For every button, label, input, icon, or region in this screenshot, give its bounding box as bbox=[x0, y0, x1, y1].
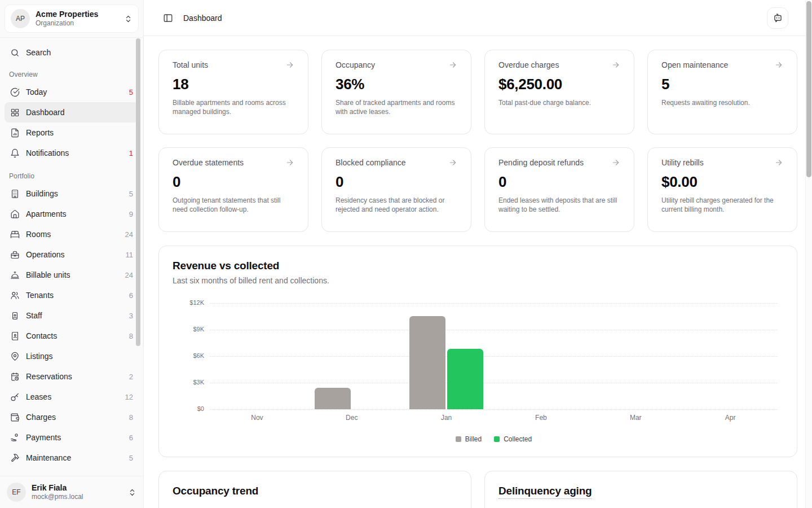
sidebar-item-operations[interactable]: Operations11 bbox=[5, 244, 139, 265]
dashboard-icon bbox=[10, 108, 20, 117]
bar-billed-dec bbox=[315, 388, 351, 409]
org-switcher[interactable]: AP Acme Properties Organization bbox=[5, 5, 139, 33]
sidebar-item-apartments[interactable]: Apartments9 bbox=[5, 204, 139, 224]
sidebar-search-label: Search bbox=[26, 48, 51, 57]
sidebar-item-tenants[interactable]: Tenants6 bbox=[5, 285, 139, 305]
kpi-description: Billable apartments and rooms across man… bbox=[173, 98, 294, 116]
kpi-card-overdue-charges[interactable]: Overdue charges$6,250.00Total past-due c… bbox=[484, 50, 634, 134]
count-badge: 2 bbox=[129, 373, 133, 381]
sidebar-item-label: Payments bbox=[26, 433, 123, 442]
bar-chart: $12K$9K$6K$3K$0 bbox=[210, 303, 778, 409]
sidebar-item-label: Listings bbox=[26, 352, 133, 361]
sidebar-toggle-button[interactable] bbox=[162, 12, 174, 24]
sidebar-item-label: Maintenance bbox=[26, 453, 123, 462]
legend-item-billed: Billed bbox=[456, 435, 482, 443]
org-name: Acme Properties bbox=[36, 10, 118, 20]
sidebar-item-label: Leases bbox=[26, 392, 119, 401]
user-email: mock@pms.local bbox=[32, 493, 122, 502]
sidebar-item-charges[interactable]: Charges8 bbox=[5, 407, 139, 427]
today-icon bbox=[10, 87, 20, 97]
sidebar-item-label: Reports bbox=[26, 128, 133, 137]
bar-group-dec bbox=[304, 303, 399, 409]
kpi-description: Requests awaiting resolution. bbox=[661, 98, 783, 107]
page-scrollbar-thumb[interactable] bbox=[806, 1, 811, 177]
sidebar-item-staff[interactable]: Staff3 bbox=[5, 305, 139, 326]
kpi-card-overdue-statements[interactable]: Overdue statements0Outgoing tenant state… bbox=[158, 147, 308, 232]
legend-swatch bbox=[456, 436, 461, 442]
sidebar-item-billable-units[interactable]: Billable units24 bbox=[5, 265, 139, 285]
sidebar-item-reports[interactable]: Reports bbox=[5, 122, 139, 143]
kpi-grid: Total units18Billable apartments and roo… bbox=[158, 50, 797, 232]
chart-title: Revenue vs collected bbox=[173, 260, 783, 272]
legend-swatch bbox=[494, 436, 500, 442]
section-heading-overview: Overview bbox=[9, 71, 134, 78]
sidebar-item-notifications[interactable]: Notifications1 bbox=[5, 143, 139, 163]
org-avatar: AP bbox=[11, 9, 30, 28]
count-badge: 6 bbox=[129, 433, 133, 442]
bar-billed-jan bbox=[409, 316, 445, 409]
bottom-cards-row: Occupancy trendDelinquency aging bbox=[158, 471, 797, 508]
x-axis-label: Feb bbox=[493, 414, 588, 422]
legend-label: Billed bbox=[465, 435, 482, 443]
chevron-up-down-icon bbox=[128, 488, 136, 497]
legend-label: Collected bbox=[504, 435, 532, 443]
sidebar-item-maintenance[interactable]: Maintenance5 bbox=[5, 448, 139, 468]
card-title: Delinquency aging bbox=[498, 485, 592, 499]
chart-subtitle: Last six months of billed rent and colle… bbox=[173, 276, 783, 285]
kpi-value: $0.00 bbox=[661, 173, 783, 191]
sidebar-item-label: Contacts bbox=[26, 331, 123, 340]
count-badge: 8 bbox=[129, 332, 133, 340]
user-menu[interactable]: EF Erik Fiala mock@pms.local bbox=[0, 476, 143, 508]
sidebar-item-listings[interactable]: Listings bbox=[5, 346, 139, 366]
card-title: Occupancy trend bbox=[173, 485, 258, 497]
sidebar-item-buildings[interactable]: Buildings5 bbox=[5, 183, 139, 204]
org-subtitle: Organization bbox=[36, 19, 118, 28]
chart-legend: BilledCollected bbox=[210, 435, 778, 443]
kpi-card-total-units[interactable]: Total units18Billable apartments and roo… bbox=[158, 50, 308, 134]
sidebar-item-payments[interactable]: Payments6 bbox=[5, 427, 139, 448]
kpi-description: Total past-due charge balance. bbox=[498, 98, 620, 107]
arrow-right-icon bbox=[448, 158, 457, 167]
kpi-description: Residency cases that are blocked or reje… bbox=[336, 196, 457, 214]
y-axis-tick: $3K bbox=[173, 379, 204, 386]
sidebar-item-reservations[interactable]: Reservations2 bbox=[5, 366, 139, 387]
sidebar-item-label: Apartments bbox=[26, 209, 123, 218]
sidebar-item-contacts[interactable]: Contacts8 bbox=[5, 326, 139, 346]
kpi-card-header: Overdue charges bbox=[498, 60, 620, 69]
apartments-icon bbox=[10, 209, 20, 219]
main-area: Dashboard Total units18Billable apartmen… bbox=[144, 0, 812, 508]
sidebar-scrollbar-thumb[interactable] bbox=[136, 38, 140, 346]
kpi-card-pending-deposit-refunds[interactable]: Pending deposit refunds0Ended leases wit… bbox=[484, 147, 634, 232]
sidebar-item-label: Staff bbox=[26, 311, 123, 320]
sidebar-item-leases[interactable]: Leases12 bbox=[5, 387, 139, 407]
sidebar-item-rooms[interactable]: Rooms24 bbox=[5, 224, 139, 244]
sidebar-item-label: Billable units bbox=[26, 270, 119, 279]
search-icon bbox=[10, 48, 20, 58]
assistant-button[interactable] bbox=[767, 7, 788, 29]
buildings-icon bbox=[10, 189, 20, 199]
kpi-card-occupancy[interactable]: Occupancy36%Share of tracked apartments … bbox=[321, 50, 471, 134]
kpi-value: 36% bbox=[336, 76, 457, 93]
kpi-card-blocked-compliance[interactable]: Blocked compliance0Residency cases that … bbox=[321, 147, 471, 232]
sidebar: AP Acme Properties Organization Search O… bbox=[0, 0, 144, 508]
kpi-card-open-maintenance[interactable]: Open maintenance5Requests awaiting resol… bbox=[647, 50, 797, 134]
sidebar-item-today[interactable]: Today5 bbox=[5, 82, 139, 102]
y-axis-tick: $0 bbox=[173, 405, 204, 412]
kpi-value: 0 bbox=[498, 173, 620, 191]
kpi-card-utility-rebills[interactable]: Utility rebills$0.00Utility rebill charg… bbox=[647, 147, 797, 232]
listings-icon bbox=[10, 352, 20, 361]
chevron-up-down-icon bbox=[124, 15, 133, 23]
kpi-value: 18 bbox=[173, 76, 294, 93]
sidebar-search[interactable]: Search bbox=[5, 43, 139, 62]
sidebar-item-dashboard[interactable]: Dashboard bbox=[5, 102, 139, 122]
chart-bars bbox=[210, 303, 778, 409]
staff-icon bbox=[10, 311, 20, 321]
bot-icon bbox=[773, 12, 783, 23]
x-axis-label: Mar bbox=[588, 414, 683, 422]
kpi-card-header: Utility rebills bbox=[661, 158, 783, 167]
billable-units-icon bbox=[10, 270, 20, 280]
kpi-title: Utility rebills bbox=[661, 158, 704, 167]
sidebar-item-label: Rooms bbox=[26, 230, 119, 239]
kpi-card-header: Total units bbox=[173, 60, 294, 69]
user-name: Erik Fiala bbox=[32, 483, 122, 493]
